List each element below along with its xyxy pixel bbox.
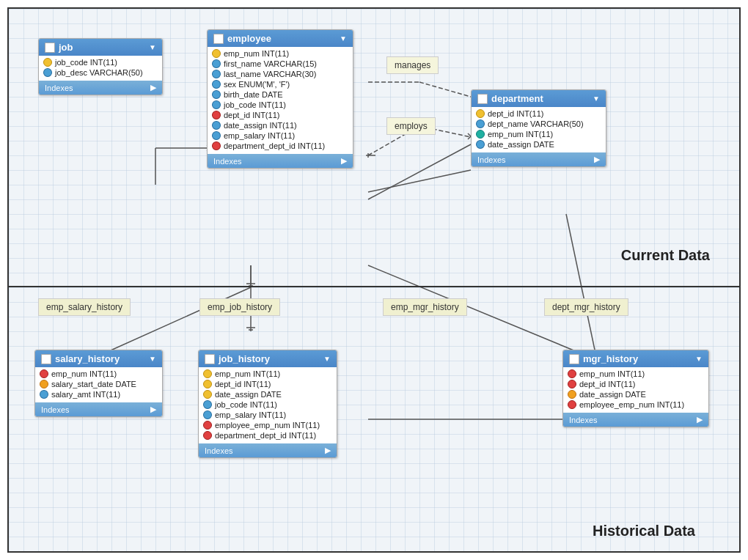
table-job-history-indexes[interactable]: Indexes ▶ — [199, 443, 337, 457]
key-icon — [212, 49, 221, 58]
table-employee-body: emp_num INT(11) first_name VARCHAR(15) l… — [208, 47, 353, 152]
table-department-header: department ▼ — [472, 90, 606, 107]
red-diamond-icon — [210, 109, 223, 122]
table-row: employee_emp_num INT(11) — [563, 399, 708, 410]
table-icon — [213, 34, 224, 44]
table-job: job ▼ job_code INT(11) job_desc VARCHAR(… — [38, 38, 163, 95]
relation-dept-mgr-history: dept_mgr_history — [544, 298, 628, 316]
diamond-icon — [210, 89, 223, 101]
dropdown-arrow[interactable]: ▼ — [149, 355, 156, 363]
table-row: dept_name VARCHAR(50) — [472, 119, 606, 129]
table-row: dept_id INT(11) — [472, 108, 606, 119]
table-row: date_assign DATE — [563, 389, 708, 399]
diamond-icon — [474, 139, 487, 151]
orange-key-icon — [40, 380, 48, 388]
table-mgr-history-body: emp_num INT(11) dept_id INT(11) date_ass… — [563, 367, 708, 411]
table-employee-header: employee ▼ — [208, 30, 353, 47]
diamond-icon — [210, 119, 223, 132]
diamond-icon — [42, 67, 54, 79]
dropdown-arrow[interactable]: ▼ — [695, 355, 703, 363]
table-row: emp_num INT(11) — [35, 369, 162, 379]
red-key-icon — [568, 380, 576, 388]
table-job-history-header: job_history ▼ — [199, 350, 337, 367]
table-row: dept_id INT(11) — [199, 379, 337, 389]
red-key-icon — [203, 431, 212, 440]
table-row: job_code INT(11) — [39, 57, 162, 67]
orange-key-icon — [568, 390, 576, 399]
table-icon — [45, 43, 55, 53]
red-key-icon — [203, 421, 212, 430]
red-key-icon — [40, 369, 48, 378]
table-row: emp_salary INT(11) — [208, 130, 353, 141]
table-row: salary_amt INT(11) — [35, 389, 162, 399]
table-row: job_code INT(11) — [199, 399, 337, 410]
table-job-indexes[interactable]: Indexes ▶ — [39, 81, 162, 95]
historical-data-label: Historical Data — [593, 523, 695, 539]
diamond-icon — [210, 99, 223, 111]
red-diamond-icon — [210, 140, 223, 152]
table-department-indexes[interactable]: Indexes ▶ — [472, 152, 606, 166]
table-icon — [41, 354, 51, 364]
table-row: date_assign INT(11) — [208, 120, 353, 130]
table-job-header: job ▼ — [39, 39, 162, 56]
table-row: date_assign DATE — [199, 389, 337, 399]
diamond-icon — [202, 399, 214, 411]
table-job-history-body: emp_num INT(11) dept_id INT(11) date_ass… — [199, 367, 337, 442]
table-row: emp_num INT(11) — [472, 129, 606, 139]
table-mgr-history: mgr_history ▼ emp_num INT(11) dept_id IN… — [562, 350, 709, 427]
table-row: emp_salary INT(11) — [199, 410, 337, 420]
table-department: department ▼ dept_id INT(11) dept_name V… — [471, 89, 606, 167]
table-row: emp_num INT(11) — [563, 369, 708, 379]
diamond-icon — [210, 78, 223, 91]
table-salary-history: salary_history ▼ emp_num INT(11) salary_… — [34, 350, 163, 417]
diamond-icon — [202, 409, 214, 421]
key-icon — [203, 369, 212, 378]
table-salary-history-indexes[interactable]: Indexes ▶ — [35, 402, 162, 416]
table-icon — [477, 94, 488, 104]
dropdown-arrow[interactable]: ▼ — [593, 95, 600, 103]
table-row: emp_num INT(11) — [199, 369, 337, 379]
table-row: employee_emp_num INT(11) — [199, 420, 337, 430]
key-icon — [203, 380, 212, 388]
table-row: last_name VARCHAR(30) — [208, 69, 353, 79]
table-job-body: job_code INT(11) job_desc VARCHAR(50) — [39, 56, 162, 79]
table-row: dept_id INT(11) — [563, 379, 708, 389]
diamond-icon — [210, 58, 223, 70]
table-row: birth_date DATE — [208, 89, 353, 100]
table-row: first_name VARCHAR(15) — [208, 59, 353, 69]
table-department-body: dept_id INT(11) dept_name VARCHAR(50) em… — [472, 107, 606, 151]
table-row: salary_start_date DATE — [35, 379, 162, 389]
table-icon — [569, 354, 579, 364]
table-icon — [205, 354, 215, 364]
key-icon — [43, 58, 52, 67]
relation-emp-salary-history: emp_salary_history — [38, 298, 131, 316]
table-salary-history-body: emp_num INT(11) salary_start_date DATE s… — [35, 367, 162, 401]
table-row: sex ENUM('M', 'F') — [208, 79, 353, 89]
key-icon — [476, 109, 485, 118]
table-employee-indexes[interactable]: Indexes ▶ — [208, 154, 353, 168]
dropdown-arrow[interactable]: ▼ — [323, 355, 331, 363]
relation-manages: manages — [386, 56, 439, 74]
table-row: dept_id INT(11) — [208, 110, 353, 120]
relation-emp-mgr-history: emp_mgr_history — [383, 298, 467, 316]
dropdown-arrow[interactable]: ▼ — [149, 43, 156, 51]
section-current-data: Current Data job ▼ job_code INT(11) job_… — [9, 9, 739, 287]
table-mgr-history-header: mgr_history ▼ — [563, 350, 708, 367]
table-row: department_dept_id INT(11) — [208, 141, 353, 151]
table-row: department_dept_id INT(11) — [199, 430, 337, 441]
diamond-icon — [210, 68, 223, 81]
diamond-icon — [474, 118, 487, 130]
relation-emp-job-history: emp_job_history — [199, 298, 280, 316]
table-job-history: job_history ▼ emp_num INT(11) dept_id IN… — [198, 350, 337, 458]
current-data-label: Current Data — [621, 247, 710, 264]
diagram-container: Current Data job ▼ job_code INT(11) job_… — [7, 7, 741, 553]
dropdown-arrow[interactable]: ▼ — [340, 34, 347, 43]
relation-employs: employs — [386, 117, 436, 135]
key-icon — [203, 390, 212, 399]
diamond-icon — [38, 388, 51, 401]
section-historical-data: Historical Data emp_salary_history emp_j… — [9, 287, 739, 554]
table-mgr-history-indexes[interactable]: Indexes ▶ — [563, 413, 708, 427]
table-row: emp_num INT(11) — [208, 48, 353, 59]
table-employee: employee ▼ emp_num INT(11) first_name VA… — [207, 29, 353, 169]
table-row: date_assign DATE — [472, 139, 606, 150]
